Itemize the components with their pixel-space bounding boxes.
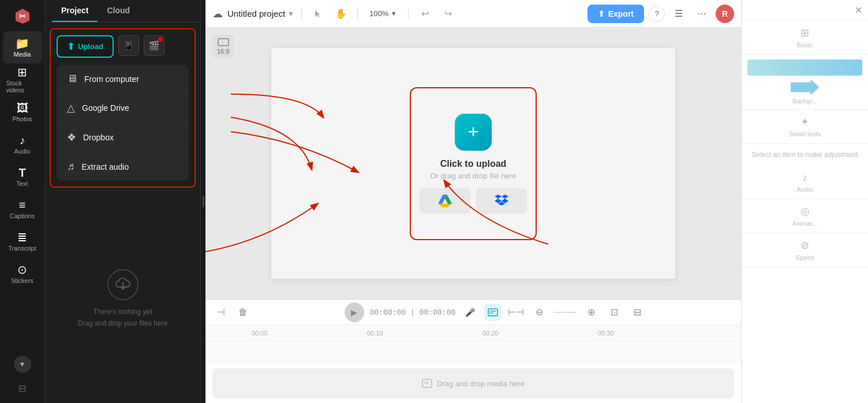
sidebar-item-photos[interactable]: 🖼 Photos	[3, 96, 42, 128]
toolbar-separator-1	[301, 8, 302, 20]
timeline-track	[205, 341, 741, 364]
app-logo[interactable]: ✂	[12, 5, 33, 27]
dropbox-icon: ❖	[67, 131, 76, 144]
undo-button[interactable]: ↩	[416, 5, 434, 23]
svg-rect-3	[218, 39, 229, 46]
basic-label: Basic	[797, 42, 813, 48]
drop-media-zone[interactable]: Drag and drop media here	[212, 368, 734, 398]
mic-button[interactable]: 🎤	[461, 304, 478, 321]
empty-state-text: There's nothing yet Drag and drop your f…	[78, 307, 167, 329]
ai-caption-button[interactable]	[484, 304, 502, 321]
upload-plus-button[interactable]: +	[455, 114, 492, 151]
minus-button[interactable]: ⊖	[530, 304, 548, 321]
more-options-button[interactable]: ⋯	[693, 5, 711, 23]
time-display: 00:00:00 | 00:00:00	[370, 308, 456, 316]
play-button[interactable]: ▶	[345, 303, 364, 322]
screen-tab-button[interactable]: 🎬	[144, 35, 164, 56]
help-button[interactable]: ?	[649, 6, 665, 22]
sidebar-item-stock[interactable]: ⊞ Stock videos	[3, 64, 42, 96]
sidebar-item-captions[interactable]: ≡ Captions	[3, 193, 42, 225]
sidebar-expand-button[interactable]: ▼	[14, 356, 31, 373]
hand-tool-button[interactable]: ✋	[332, 5, 350, 23]
sidebar-item-transcript[interactable]: ≣ Transcript	[3, 225, 42, 258]
subtitle-icon: ⊟	[18, 383, 26, 394]
captions-icon: ≡	[19, 199, 26, 211]
right-panel-animate[interactable]: ◎ Animat...	[742, 199, 868, 233]
export-button[interactable]: ⬆ Export	[588, 5, 644, 23]
dropbox-item[interactable]: ❖ Dropbox	[57, 123, 189, 152]
sidebar-bottom-item[interactable]: ⊟	[3, 378, 42, 398]
upload-drop-area[interactable]: + Click to upload Or drag and drop file …	[410, 87, 537, 240]
upload-button[interactable]: ⬆ Upload	[57, 35, 114, 58]
sidebar-audio-label: Audio	[14, 148, 30, 155]
record-badge	[158, 37, 163, 42]
fit-button[interactable]: ⊡	[605, 304, 623, 321]
toolbar-separator-2	[357, 8, 358, 20]
right-panel: ✕ ⊞ Basic Backgr... ✦ Smart tools Select…	[741, 0, 868, 403]
chevron-down-icon: ▼	[19, 360, 26, 368]
zoom-control[interactable]: 100% ▼	[365, 7, 401, 20]
mobile-icon: 📱	[123, 40, 134, 51]
right-panel-audio[interactable]: ♪ Audio	[742, 166, 868, 199]
media-icon: 📁	[15, 38, 29, 49]
pointer-tool-button[interactable]	[309, 5, 327, 23]
canvas-area: 16:9 + Click to upload Or drag and drop …	[205, 28, 741, 299]
background-preview-arrow	[747, 79, 862, 95]
sidebar-item-stickers[interactable]: ⊙ Stickers	[3, 258, 42, 290]
split-button[interactable]: ⊢⊣	[507, 304, 525, 321]
zoom-slider	[553, 312, 577, 313]
fullscreen-button[interactable]: ⊟	[628, 304, 646, 321]
stock-icon: ⊞	[17, 66, 27, 78]
mobile-tab-button[interactable]: 📱	[118, 35, 139, 56]
from-computer-item[interactable]: 🖥 From computer	[57, 65, 189, 94]
sidebar-text-label: Text	[16, 180, 28, 187]
arrow-shape	[791, 79, 820, 95]
resize-indicator	[203, 196, 204, 207]
right-panel-close-button[interactable]: ✕	[855, 5, 862, 16]
timeline-controls: ⊣ 🗑 ▶ 00:00:00 | 00:00:00 🎤 ⊢⊣ ⊖ ⊕ ⊡	[205, 300, 741, 325]
trim-button[interactable]: ⊣	[212, 304, 230, 321]
delete-button[interactable]: 🗑	[234, 304, 252, 321]
queue-button[interactable]: ☰	[669, 5, 688, 23]
playback-controls: ▶ 00:00:00 | 00:00:00 🎤 ⊢⊣ ⊖ ⊕ ⊡ ⊟	[256, 303, 734, 322]
tab-project[interactable]: Project	[52, 0, 98, 22]
sidebar-item-audio[interactable]: ♪ Audio	[3, 128, 42, 161]
panel-resize-handle[interactable]	[201, 0, 205, 403]
project-name-button[interactable]: Untitled project ▼	[227, 9, 294, 18]
google-drive-drop-button[interactable]	[420, 188, 470, 214]
extract-audio-item[interactable]: ♬ Extract audio	[57, 152, 189, 181]
right-panel-header: ✕	[742, 0, 868, 21]
upload-menu: 🖥 From computer △ Google Drive ❖ Dropbox…	[57, 65, 189, 181]
drop-area-text: Click to upload Or drag and drop file he…	[431, 159, 517, 180]
right-audio-label: Audio	[796, 186, 813, 193]
aspect-ratio-badge[interactable]: 16:9	[212, 35, 234, 58]
svg-rect-10	[488, 309, 497, 316]
plus-button[interactable]: ⊕	[582, 304, 600, 321]
right-panel-speed[interactable]: ⊘ Speed	[742, 233, 868, 267]
export-icon: ⬆	[598, 9, 605, 18]
upload-panel: ⬆ Upload 📱 🎬 🖥 From computer △ Google Dr…	[50, 28, 196, 188]
right-panel-basic[interactable]: ⊞ Basic	[742, 21, 868, 55]
text-icon: T	[18, 167, 25, 178]
right-panel-smart[interactable]: ✦ Smart tools	[742, 110, 868, 144]
sidebar-media-label: Media	[14, 51, 31, 58]
timeline: ⊣ 🗑 ▶ 00:00:00 | 00:00:00 🎤 ⊢⊣ ⊖ ⊕ ⊡	[205, 299, 741, 403]
sidebar-photos-label: Photos	[12, 115, 32, 122]
right-panel-background[interactable]: Backgr...	[742, 55, 868, 110]
background-label: Backgr...	[747, 98, 862, 105]
right-audio-icon: ♪	[802, 171, 807, 184]
select-item-text: Select an item to make adjustment	[742, 144, 868, 166]
google-drive-item[interactable]: △ Google Drive	[57, 94, 189, 123]
redo-button[interactable]: ↪	[439, 5, 457, 23]
tab-cloud[interactable]: Cloud	[98, 0, 139, 22]
svg-text:✂: ✂	[19, 12, 26, 21]
ruler-mark-2: 00:20	[482, 330, 499, 337]
smart-tools-label: Smart tools	[789, 130, 821, 137]
dropbox-drop-button[interactable]	[476, 188, 527, 214]
top-toolbar: ☁ Untitled project ▼ ✋ 100% ▼ ↩ ↪ ⬆ Expo…	[205, 0, 741, 28]
sidebar-item-media[interactable]: 📁 Media	[3, 31, 42, 64]
sidebar-stickers-label: Stickers	[11, 277, 33, 284]
user-avatar[interactable]: R	[716, 5, 734, 23]
sidebar-item-text[interactable]: T Text	[3, 161, 42, 193]
svg-marker-8	[502, 195, 508, 203]
